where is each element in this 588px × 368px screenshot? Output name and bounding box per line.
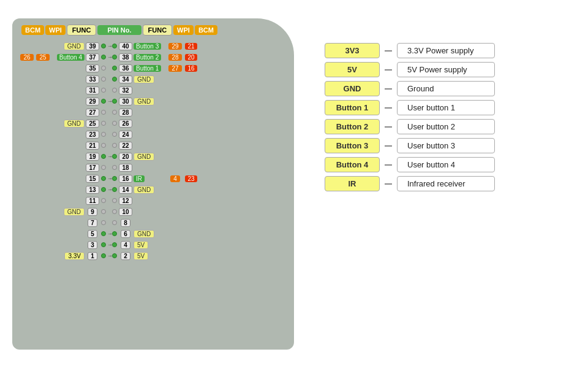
pin-row: 5 → 6 GND — [18, 228, 306, 239]
func-right: GND — [134, 152, 168, 161]
legend-section: 3V3 3.3V Power supply 5V 5V Power supply… — [325, 18, 539, 191]
pin-num-right: 32 — [118, 86, 133, 94]
pin-num-right: 24 — [118, 130, 133, 139]
pin-num-right: 6 — [118, 229, 133, 238]
pin-num-left: 7 — [85, 218, 100, 227]
dot-left — [100, 88, 107, 93]
pin-row: 29 → 30 GND — [18, 96, 306, 107]
legend-connector — [385, 107, 392, 109]
func-right: 5V — [134, 240, 168, 249]
legend-row: Button 4 User button 4 — [325, 157, 539, 172]
legend-badge: 3V3 — [325, 43, 380, 58]
pin-row: 23 24 — [18, 129, 306, 140]
pin-num-left: 39 — [85, 42, 100, 50]
pin-row: 35 36 Button 1 27 16 — [18, 63, 306, 74]
func-right: 5V — [134, 251, 168, 260]
legend-label: 3.3V Power supply — [397, 43, 495, 58]
pin-num-left: 3 — [85, 240, 100, 249]
bcm-right: 21 — [183, 42, 200, 50]
board-content: BCM WPI FUNC PIN No. FUNC WPI BCM GND 39… — [12, 18, 306, 267]
pin-row: 3.3V 1 → 2 5V — [18, 250, 306, 261]
dot-left — [100, 121, 107, 126]
dot-right — [111, 176, 118, 181]
pin-num-left: 5 — [85, 229, 100, 238]
pin-row: GND 9 10 — [18, 206, 306, 217]
func-right: GND — [134, 229, 168, 238]
legend-row: GND Ground — [325, 81, 539, 96]
dot-left — [100, 99, 107, 104]
legend-row: Button 2 User button 2 — [325, 119, 539, 134]
pin-num-left: 9 — [85, 207, 100, 216]
dot-right — [111, 88, 118, 93]
pin-row: 26 25 Button 4 37 → 38 Button 2 28 20 — [18, 52, 306, 63]
func-right: GND — [134, 185, 168, 194]
legend-badge: Button 3 — [325, 138, 380, 153]
header-row: BCM WPI FUNC PIN No. FUNC WPI BCM — [18, 25, 306, 36]
dot-right — [111, 253, 118, 258]
legend-row: IR Infrared receiver — [325, 176, 539, 191]
pin-num-right: 10 — [118, 207, 133, 216]
func-left: GND — [50, 119, 85, 128]
pin-row: 15 → 16 IR 4 23 — [18, 173, 306, 184]
pin-row: 19 → 20 GND — [18, 151, 306, 162]
pin-num-right: 26 — [118, 119, 133, 128]
legend-connector — [385, 126, 392, 128]
header-pin-no: PIN No. — [97, 25, 141, 35]
pins-area: GND 39 → 40 Button 3 29 21 26 25 Button … — [18, 40, 306, 261]
dot-left — [100, 66, 107, 71]
legend-connector — [385, 164, 392, 166]
pin-num-right: 2 — [118, 251, 133, 260]
dot-left — [100, 209, 107, 214]
pin-num-left: 23 — [85, 130, 100, 139]
legend-badge: GND — [325, 81, 380, 96]
legend-label: User button 4 — [397, 157, 495, 172]
pin-row: GND 25 26 — [18, 118, 306, 129]
dot-left — [100, 143, 107, 148]
func-right: Button 3 — [134, 42, 168, 50]
pin-row: 31 32 — [18, 85, 306, 96]
dot-left — [100, 242, 107, 247]
func-left: Button 4 — [50, 53, 85, 61]
header-func-right: FUNC — [143, 25, 173, 36]
func-right: IR — [134, 174, 168, 183]
pin-row: 17 18 — [18, 162, 306, 173]
dot-left — [100, 165, 107, 170]
wpi-right: 28 — [168, 53, 182, 61]
legend-connector — [385, 50, 392, 52]
func-left: GND — [50, 207, 85, 216]
dot-right — [111, 66, 118, 71]
dot-left — [100, 154, 107, 159]
pin-num-left: 21 — [85, 141, 100, 150]
pin-num-left: 35 — [85, 64, 100, 72]
func-left: GND — [50, 42, 85, 50]
pin-num-right: 30 — [118, 97, 133, 105]
header-func-left: FUNC — [67, 25, 97, 36]
header-wpi: WPI — [45, 25, 66, 35]
main-container: BCM WPI FUNC PIN No. FUNC WPI BCM GND 39… — [0, 6, 588, 362]
pin-num-right: 38 — [118, 53, 133, 61]
legend-badge: Button 4 — [325, 157, 380, 172]
dot-right — [111, 209, 118, 214]
pin-num-right: 34 — [118, 75, 133, 83]
dot-left — [100, 132, 107, 137]
func-left: 3.3V — [50, 251, 85, 260]
pin-row: 13 → 14 GND — [18, 184, 306, 195]
legend-row: Button 1 User button 1 — [325, 100, 539, 115]
pin-num-left: 11 — [85, 196, 100, 205]
pin-row: 33 34 GND — [18, 74, 306, 85]
header-wpi2: WPI — [173, 25, 194, 35]
dot-right — [111, 220, 118, 225]
legend-connector — [385, 145, 392, 147]
pin-num-left: 31 — [85, 86, 100, 94]
legend-label: 5V Power supply — [397, 62, 495, 77]
dot-right — [111, 165, 118, 170]
func-right: Button 2 — [134, 53, 168, 61]
pin-num-right: 28 — [118, 108, 133, 117]
legend-badge: Button 1 — [325, 100, 380, 115]
dot-right — [111, 99, 118, 104]
pin-num-right: 20 — [118, 152, 133, 161]
pin-row: 11 12 — [18, 195, 306, 206]
pin-num-right: 16 — [118, 174, 133, 183]
pin-num-left: 13 — [85, 185, 100, 194]
legend-label: Ground — [397, 81, 495, 96]
